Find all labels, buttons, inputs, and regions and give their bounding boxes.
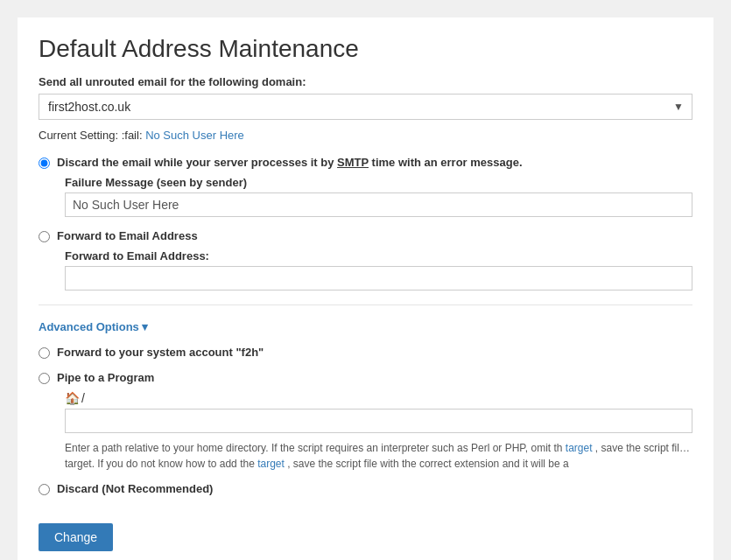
- change-button[interactable]: Change: [39, 523, 113, 551]
- pipe-help-text: Enter a path relative to your home direc…: [65, 442, 692, 454]
- pipe-help-text-1: Enter a path relative to your home direc…: [65, 442, 562, 454]
- current-setting: Current Setting: :fail: No Such User Her…: [39, 129, 692, 142]
- forward-email-section: Forward to Email Address Forward to Emai…: [39, 229, 692, 290]
- pipe-program-section: Pipe to a Program 🏠/ Enter a path relati…: [39, 371, 692, 470]
- domain-select-wrapper: first2host.co.uk ▼: [39, 94, 692, 120]
- pipe-program-radio[interactable]: [39, 373, 50, 384]
- discard-smtp-label: Discard the email while your server proc…: [57, 156, 523, 169]
- forward-address-input[interactable]: [65, 266, 692, 290]
- discard-not-recommended-radio-row: Discard (Not Recommended): [39, 482, 692, 495]
- pipe-path-input[interactable]: [65, 409, 692, 433]
- pipe-path-row: 🏠/: [65, 391, 692, 405]
- page-title: Default Address Maintenance: [39, 35, 692, 63]
- system-account-section: Forward to your system account "f2h": [39, 346, 692, 359]
- divider: [39, 304, 692, 305]
- domain-label: Send all unrouted email for the followin…: [39, 75, 692, 88]
- system-account-label: Forward to your system account "f2h": [57, 346, 264, 359]
- advanced-options-toggle[interactable]: Advanced Options ▾: [39, 319, 692, 333]
- discard-not-recommended-label: Discard (Not Recommended): [57, 482, 213, 495]
- current-setting-prefix: Current Setting: :fail:: [39, 129, 143, 142]
- pipe-program-radio-row: Pipe to a Program: [39, 371, 692, 384]
- main-container: Default Address Maintenance Send all unr…: [18, 18, 713, 560]
- forward-address-label: Forward to Email Address:: [65, 249, 692, 262]
- failure-message-label: Failure Message (seen by sender): [65, 176, 692, 189]
- pipe-help-text-2b: , save the script file with the correct …: [287, 458, 569, 470]
- system-account-radio-row: Forward to your system account "f2h": [39, 346, 692, 359]
- forward-email-radio[interactable]: [39, 231, 50, 242]
- discard-smtp-radio-row: Discard the email while your server proc…: [39, 156, 692, 169]
- pipe-subsection: 🏠/ Enter a path relative to your home di…: [65, 391, 692, 470]
- home-icon: 🏠: [65, 391, 80, 405]
- pipe-program-label: Pipe to a Program: [57, 371, 154, 384]
- discard-not-recommended-section: Discard (Not Recommended): [39, 482, 692, 495]
- domain-select[interactable]: first2host.co.uk: [39, 94, 692, 120]
- pipe-help-text-2a: target. If you do not know how to add th…: [65, 458, 255, 470]
- failure-message-subsection: Failure Message (seen by sender): [65, 176, 692, 217]
- advanced-options-label: Advanced Options: [39, 320, 139, 333]
- advanced-section: Forward to your system account "f2h" Pip…: [39, 346, 692, 495]
- pipe-target-link-1[interactable]: target: [566, 442, 593, 454]
- discard-not-recommended-radio[interactable]: [39, 484, 50, 495]
- forward-address-subsection: Forward to Email Address:: [65, 249, 692, 290]
- pipe-help-text-3: , save the script file with the correct …: [595, 442, 692, 454]
- pipe-target-link-2[interactable]: target: [257, 458, 285, 470]
- failure-message-input[interactable]: [65, 192, 692, 217]
- forward-email-radio-row: Forward to Email Address: [39, 229, 692, 242]
- discard-smtp-radio[interactable]: [39, 158, 50, 169]
- discard-smtp-section: Discard the email while your server proc…: [39, 156, 692, 217]
- pipe-help-text-2: target. If you do not know how to add th…: [65, 458, 692, 470]
- system-account-radio[interactable]: [39, 347, 50, 359]
- current-setting-value: No Such User Here: [145, 129, 244, 142]
- advanced-options-link[interactable]: Advanced Options ▾: [39, 320, 148, 333]
- pipe-slash: /: [81, 391, 85, 405]
- forward-email-label: Forward to Email Address: [57, 229, 198, 242]
